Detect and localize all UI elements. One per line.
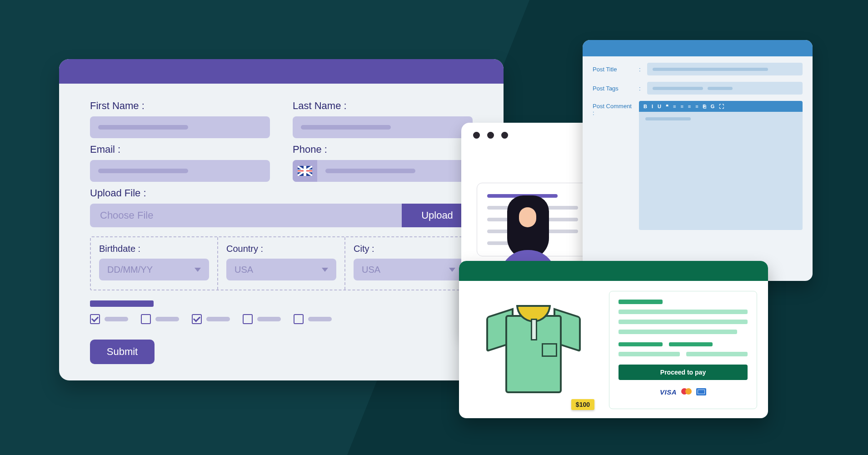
label-email: Email : <box>90 144 270 155</box>
toolbar-button[interactable]: ⛶ <box>719 104 724 109</box>
price-tag: $100 <box>571 399 594 410</box>
form-titlebar <box>59 59 504 84</box>
details-group: Birthdate : DD/MM/YY Country : USA City … <box>90 236 473 290</box>
checkbox[interactable] <box>141 314 151 324</box>
payment-methods: VISA <box>619 388 748 396</box>
city-select[interactable]: USA <box>354 259 464 280</box>
amex-icon <box>696 388 706 395</box>
placeholder-line <box>619 320 748 324</box>
placeholder-line <box>669 342 713 346</box>
placeholder-line <box>619 310 748 314</box>
country-code-selector[interactable] <box>293 160 317 182</box>
editor-toolbar: BIU❝≡≡≡≡⎘G⛶ <box>639 101 803 112</box>
checkout-field[interactable] <box>619 352 680 356</box>
product-image: $100 <box>470 291 597 409</box>
checkbox[interactable] <box>90 314 100 324</box>
toolbar-button[interactable]: U <box>658 104 661 109</box>
city-value: USA <box>362 265 380 275</box>
file-input[interactable]: Choose File <box>90 204 402 227</box>
email-input[interactable] <box>90 160 270 182</box>
checkbox[interactable] <box>192 314 202 324</box>
label-post-comment: Post Comment : <box>593 101 633 116</box>
label-upload: Upload File : <box>90 187 473 199</box>
label-country: Country : <box>226 244 336 254</box>
chevron-down-icon <box>195 268 201 272</box>
post-tags-input[interactable] <box>647 82 803 95</box>
toolbar-button[interactable]: ⎘ <box>703 104 706 109</box>
label-first-name: First Name : <box>90 100 270 112</box>
toolbar-button[interactable]: ≡ <box>673 104 676 109</box>
placeholder-line <box>619 330 737 334</box>
post-title-input[interactable] <box>647 63 803 75</box>
toolbar-button[interactable]: ≡ <box>688 104 691 109</box>
toolbar-button[interactable]: ❝ <box>666 104 668 110</box>
toolbar-button[interactable]: ≡ <box>695 104 698 109</box>
shirt-icon <box>488 302 579 398</box>
last-name-input[interactable] <box>293 116 473 138</box>
label-last-name: Last Name : <box>293 100 473 112</box>
country-select[interactable]: USA <box>226 259 336 280</box>
country-value: USA <box>234 265 253 275</box>
window-dot-icon <box>487 132 494 139</box>
post-editor-window: Post Title : Post Tags : Post Comment : … <box>583 40 813 281</box>
uk-flag-icon <box>298 166 312 176</box>
birthdate-value: DD/MM/YY <box>107 265 153 275</box>
checkbox-group-title <box>90 300 154 307</box>
toolbar-button[interactable]: ≡ <box>680 104 683 109</box>
checkbox-label <box>257 317 281 321</box>
visa-icon: VISA <box>660 388 677 396</box>
post-comment-editor[interactable] <box>639 112 803 230</box>
toolbar-button[interactable]: B <box>644 104 647 109</box>
toolbar-button[interactable]: G <box>711 104 715 109</box>
checkout-title <box>619 300 663 304</box>
first-name-input[interactable] <box>90 116 270 138</box>
checkbox[interactable] <box>294 314 304 324</box>
label-post-title: Post Title <box>593 66 633 73</box>
checkbox-label <box>308 317 332 321</box>
checkout-field[interactable] <box>686 352 748 356</box>
label-post-tags: Post Tags <box>593 85 633 92</box>
shop-titlebar <box>459 261 768 281</box>
label-birthdate: Birthdate : <box>99 244 209 254</box>
chevron-down-icon <box>449 268 455 272</box>
form-window: First Name : Last Name : Email : Phone : <box>59 59 504 380</box>
mastercard-icon <box>681 388 692 396</box>
shop-window: $100 Proceed to pay VISA <box>459 261 768 418</box>
window-dot-icon <box>473 132 480 139</box>
toolbar-button[interactable]: I <box>652 104 653 109</box>
window-dot-icon <box>501 132 508 139</box>
checkbox-label <box>206 317 230 321</box>
proceed-to-pay-button[interactable]: Proceed to pay <box>619 365 748 380</box>
label-city: City : <box>354 244 464 254</box>
checkbox-label <box>105 317 128 321</box>
submit-button[interactable]: Submit <box>90 340 155 364</box>
checkbox-group <box>90 300 473 324</box>
checkbox[interactable] <box>243 314 253 324</box>
chevron-down-icon <box>322 268 328 272</box>
placeholder-line <box>619 342 663 346</box>
checkout-panel: Proceed to pay VISA <box>609 291 757 409</box>
label-phone: Phone : <box>293 144 473 155</box>
post-titlebar <box>583 40 813 56</box>
checkbox-label <box>155 317 179 321</box>
birthdate-select[interactable]: DD/MM/YY <box>99 259 209 280</box>
phone-input[interactable] <box>293 160 473 182</box>
